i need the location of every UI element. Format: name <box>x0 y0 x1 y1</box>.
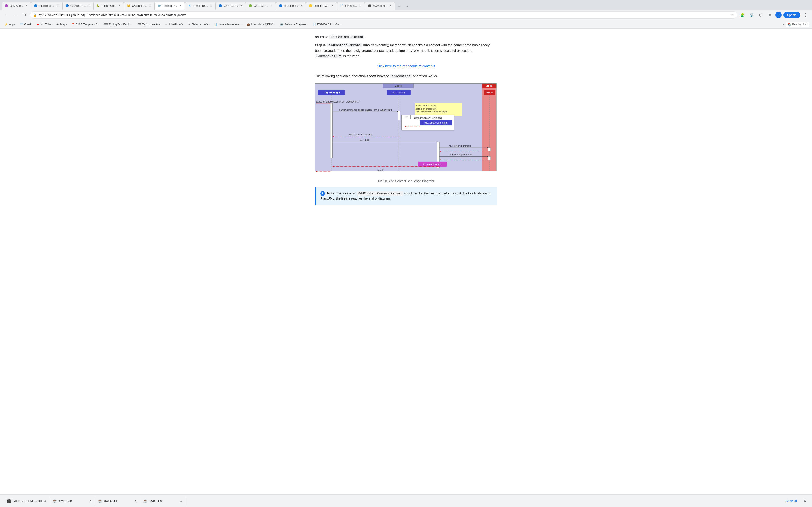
svg-text:CommandResult: CommandResult <box>423 163 441 165</box>
bookmark-518c-label: 518C Tampines C... <box>76 23 100 26</box>
tab-close-recent[interactable]: ✕ <box>331 4 334 8</box>
tab-release[interactable]: 🔵 Release v... ✕ <box>276 2 306 9</box>
tab-close-bugs[interactable]: ✕ <box>117 4 121 8</box>
note-label: Note: <box>327 191 335 195</box>
tab-launch[interactable]: 🔵 Launch Me... ✕ <box>31 2 62 9</box>
bookmark-software[interactable]: 💻 Software Enginee... <box>278 22 310 27</box>
svg-text:details on creation of: details on creation of <box>416 107 436 110</box>
bookmark-telegram-label: Telegram Web <box>192 23 210 26</box>
tab-5things[interactable]: 📄 5 things... ✕ <box>337 2 365 9</box>
back-button[interactable]: ← <box>3 11 10 18</box>
toc-link[interactable]: Click here to return to table of content… <box>377 64 435 68</box>
main-content: returns a AddContactCommand . Step 3. Ad… <box>304 29 508 214</box>
tab-email[interactable]: 📧 Email - Ra... ✕ <box>185 2 216 9</box>
tab-close-5things[interactable]: ✕ <box>358 4 362 8</box>
bookmark-star-icon[interactable]: ☆ <box>731 13 734 17</box>
bookmark-gmail[interactable]: ✉️ Gmail <box>18 22 33 27</box>
update-button[interactable]: Update <box>783 12 800 18</box>
info-icon: i <box>320 191 325 196</box>
forward-button[interactable]: → <box>12 11 19 18</box>
tab-close-quiz[interactable]: ✕ <box>24 4 28 8</box>
tab-close-cs2103t1[interactable]: ✕ <box>239 4 243 8</box>
cast-icon[interactable]: 📡 <box>748 11 755 18</box>
step3-end: is returned. <box>343 54 360 58</box>
svg-text:AweParser: AweParser <box>392 91 405 94</box>
reading-list-button[interactable]: 📚 Reading List <box>786 22 809 27</box>
profile-button[interactable]: R <box>775 12 782 18</box>
svg-text:parseCommand("addcontact n/Tom: parseCommand("addcontact n/Tom p/9652484… <box>339 108 392 111</box>
tab-cs2103t1[interactable]: 🔵 CS2103/T... ✕ <box>216 2 246 9</box>
limitproofs-favicon: ∞ <box>165 23 168 26</box>
svg-text:execute("addcontact n/Tom p/96: execute("addcontact n/Tom p/96524841") <box>316 100 360 103</box>
note-box: i Note: The lifeline for AddContactComma… <box>315 187 497 205</box>
bookmark-apps[interactable]: ⚡ Apps <box>3 22 17 27</box>
new-tab-button[interactable]: + <box>396 3 402 9</box>
screenshot-icon[interactable]: ⬡ <box>757 11 764 18</box>
bookmark-youtube[interactable]: ▶ YouTube <box>34 22 53 27</box>
tab-quiz[interactable]: 🟣 Quiz Atte... ✕ <box>2 2 31 9</box>
tab-close-cs2103t2[interactable]: ✕ <box>269 4 273 8</box>
tab-cs2103[interactable]: 🔵 CS2103 Tf... ✕ <box>62 2 94 9</box>
bookmark-typing-practice[interactable]: ⌨ Typing practice <box>136 22 162 27</box>
tab-mov[interactable]: 🎬 MOV to M... ✕ <box>365 2 395 9</box>
tab-title-recent: Recent - C... <box>314 4 329 7</box>
bookmark-maps[interactable]: 🗺 Maps <box>54 22 69 27</box>
datasci-favicon: 📊 <box>214 23 218 26</box>
bookmark-518c[interactable]: 📍 518C Tampines C... <box>69 22 101 27</box>
svg-text:Refer to ref frame for: Refer to ref frame for <box>416 104 437 107</box>
tab-title-mov: MOV to M... <box>373 4 387 7</box>
telegram-favicon: ✈ <box>188 23 191 26</box>
svg-text:ref: ref <box>405 115 407 118</box>
tab-close-launch[interactable]: ✕ <box>56 4 60 8</box>
share-icon[interactable]: ◈ <box>766 11 773 18</box>
tab-favicon-cs2103t2: 🟢 <box>249 4 252 8</box>
reload-button[interactable]: ↻ <box>21 11 28 18</box>
svg-rect-17 <box>330 103 333 158</box>
bookmark-limitproofs[interactable]: ∞ LimitProofs <box>163 22 185 27</box>
tab-cs2103t2[interactable]: 🟢 CS2103/T... ✕ <box>246 2 276 9</box>
bookmark-es2660-label: ES2660 CA1 - Go... <box>317 23 341 26</box>
bookmark-youtube-label: YouTube <box>41 23 51 26</box>
bookmark-telegram[interactable]: ✈ Telegram Web <box>186 22 211 27</box>
tab-close-catcher[interactable]: ✕ <box>148 4 152 8</box>
bookmark-datasci-label: data science inter... <box>219 23 242 26</box>
tab-favicon-cs2103t1: 🔵 <box>219 4 222 8</box>
menu-button[interactable]: ⋮ <box>802 11 809 18</box>
svg-rect-39 <box>488 148 491 151</box>
bookmark-maps-label: Maps <box>60 23 67 26</box>
address-bar[interactable]: 🔒 ay2122s1-cs2103t-f13-1.github.io/tp/De… <box>30 11 737 18</box>
bookmark-gmail-label: Gmail <box>24 23 31 26</box>
toc-link-container: Click here to return to table of content… <box>315 63 497 69</box>
typing-test-favicon: ⌨ <box>104 23 108 26</box>
bookmark-typing-test[interactable]: ⌨ Typing Test Englis... <box>102 22 135 27</box>
software-favicon: 💻 <box>280 23 284 26</box>
extensions-icon[interactable]: 🧩 <box>739 11 746 18</box>
tab-close-mov[interactable]: ✕ <box>389 4 392 8</box>
sequence-diagram: Logic Model :LogicManager AweParser Mode… <box>315 82 497 177</box>
svg-rect-20 <box>398 111 400 120</box>
tab-close-cs2103[interactable]: ✕ <box>87 4 91 8</box>
svg-rect-43 <box>488 156 491 160</box>
tab-title-catcher: CATcher 3... <box>132 4 147 7</box>
tab-title-cs2103: CS2103 Tf... <box>70 4 86 7</box>
para-sequence: The following sequence operation shows h… <box>315 73 497 79</box>
bookmark-es2660[interactable]: 📄 ES2660 CA1 - Go... <box>311 22 343 27</box>
bookmark-datasci[interactable]: 📊 data science inter... <box>212 22 244 27</box>
para-step3: Step 3. AddContactCommand runs its execu… <box>315 42 497 59</box>
gmail-favicon: ✉️ <box>20 23 23 26</box>
reading-list-label: Reading List <box>792 23 807 26</box>
tab-recent[interactable]: 🟡 Recent - C... ✕ <box>306 2 337 9</box>
tab-title-developer: Developer... <box>162 4 177 7</box>
tab-close-release[interactable]: ✕ <box>299 4 303 8</box>
tab-close-developer[interactable]: ✕ <box>178 4 182 8</box>
tab-list-button[interactable]: ⌄ <box>403 2 411 9</box>
bookmarks-more-button[interactable]: » <box>782 23 784 26</box>
tab-developer[interactable]: ⚙️ Developer... ✕ <box>155 2 185 9</box>
svg-text:the AddContactCommand object: the AddContactCommand object <box>416 110 448 113</box>
tab-title-cs2103t1: CS2103/T... <box>223 4 238 7</box>
tab-catcher[interactable]: 🐱 CATcher 3... ✕ <box>124 2 155 9</box>
tab-close-email[interactable]: ✕ <box>209 4 213 8</box>
bookmark-kpmg[interactable]: 💼 Internships@KPM... <box>245 22 277 27</box>
tab-bugs[interactable]: 🐛 Bugs - Go... ✕ <box>94 2 124 9</box>
code-addcontact: addcontact <box>390 74 412 78</box>
